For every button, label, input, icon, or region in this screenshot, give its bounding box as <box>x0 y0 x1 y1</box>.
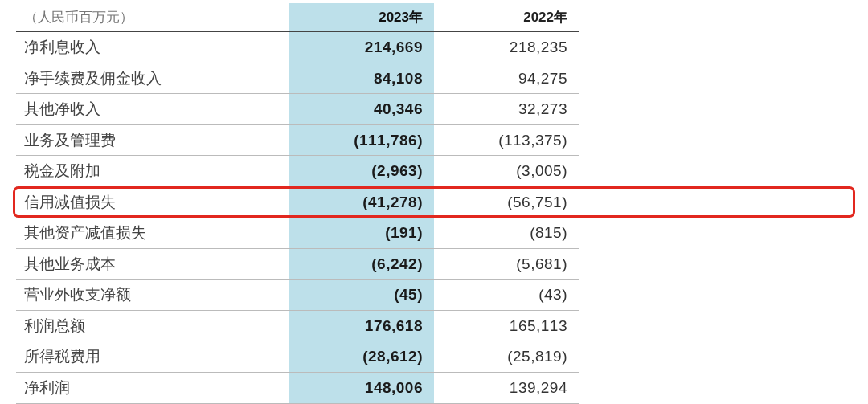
table-row: 业务及管理费(111,786)(113,375) <box>16 124 852 156</box>
value-2023: (2,963) <box>289 156 434 187</box>
value-2022: (43) <box>434 280 579 311</box>
value-2023: (28,612) <box>289 341 434 373</box>
col-2022-header: 2022年 <box>434 3 579 32</box>
table-row: 净利润148,006139,294 <box>16 373 852 404</box>
table-row: 净手续费及佣金收入84,10894,275 <box>16 63 852 94</box>
value-2022: 165,113 <box>434 310 579 341</box>
value-2023: 40,346 <box>289 94 434 125</box>
col-2023-header: 2023年 <box>289 3 434 32</box>
table-row: 净利息收入214,669218,235 <box>16 32 852 63</box>
row-label: 净利息收入 <box>16 32 289 63</box>
value-2022: 32,273 <box>434 94 579 125</box>
row-label: 业务及管理费 <box>16 124 289 156</box>
value-2022: (56,751) <box>434 186 579 218</box>
row-label: 净手续费及佣金收入 <box>16 63 289 94</box>
row-label: 税金及附加 <box>16 156 289 187</box>
row-label: 净利润 <box>16 373 289 404</box>
value-2023: (41,278) <box>289 186 434 218</box>
row-label: 营业外收支净额 <box>16 280 289 311</box>
table-row: 其他业务成本(6,242)(5,681) <box>16 248 852 280</box>
table-row: 其他资产减值损失(191)(815) <box>16 218 852 249</box>
value-2023: (45) <box>289 280 434 311</box>
row-label: 其他资产减值损失 <box>16 218 289 249</box>
row-label: 信用减值损失 <box>16 186 289 218</box>
value-2022: (815) <box>434 218 579 249</box>
table-row: 营业外收支净额(45)(43) <box>16 280 852 311</box>
value-2023: 214,669 <box>289 32 434 63</box>
table-row: 其他净收入40,34632,273 <box>16 94 852 125</box>
value-2022: (5,681) <box>434 248 579 280</box>
unit-label: （人民币百万元） <box>16 3 289 32</box>
value-2022: 218,235 <box>434 32 579 63</box>
table-row: 所得税费用(28,612)(25,819) <box>16 341 852 373</box>
value-2022: (25,819) <box>434 341 579 373</box>
value-2022: (3,005) <box>434 156 579 187</box>
income-statement-table: （人民币百万元） 2023年 2022年 净利息收入214,669218,235… <box>16 3 852 404</box>
value-2023: (111,786) <box>289 124 434 156</box>
value-2022: (113,375) <box>434 124 579 156</box>
table-header-row: （人民币百万元） 2023年 2022年 <box>16 3 852 32</box>
value-2023: 176,618 <box>289 310 434 341</box>
row-label: 所得税费用 <box>16 341 289 373</box>
value-2023: (191) <box>289 218 434 249</box>
value-2023: (6,242) <box>289 248 434 280</box>
table-row: 利润总额176,618165,113 <box>16 310 852 341</box>
row-label: 其他净收入 <box>16 94 289 125</box>
table-row: 信用减值损失(41,278)(56,751) <box>16 186 852 218</box>
row-label: 其他业务成本 <box>16 248 289 280</box>
value-2023: 148,006 <box>289 373 434 404</box>
value-2022: 139,294 <box>434 373 579 404</box>
value-2023: 84,108 <box>289 63 434 94</box>
row-label: 利润总额 <box>16 310 289 341</box>
table-row: 税金及附加(2,963)(3,005) <box>16 156 852 187</box>
value-2022: 94,275 <box>434 63 579 94</box>
